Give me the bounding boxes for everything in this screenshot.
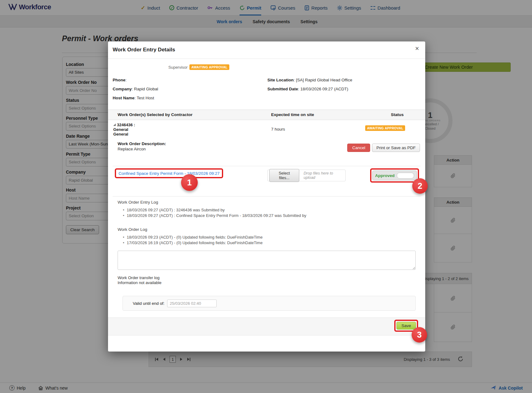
log-entry: 17/03/2026 16:19 (ACDT) - (0) Updated fo… [123,240,262,246]
order-log-title: Work Order Log [118,227,147,232]
work-order-row: 3246436 : General General [113,123,135,136]
drop-files-text: Drop files here to upload [304,171,345,180]
status-badge: AWAITING APPROVAL [189,64,229,70]
approved-toggle-slot [397,172,414,179]
valid-until-label: Valid until end of: [133,301,165,306]
supervisor-status-row: Supervisor AWAITING APPROVAL [168,64,229,70]
annotation-step-2: 2 [412,178,428,194]
print-save-pdf-button[interactable]: Print or Save as PDF [372,144,420,152]
modal-info-left: Phone: Company: Rapid Global Host Name: … [113,76,158,102]
log-entry: 18/03/2026 09:27 (ACDT) : 3246436 was Su… [123,207,306,213]
collapse-triangle-icon[interactable] [113,123,116,126]
confined-space-permit-link[interactable]: Confined Space Entry Permit Form - 18/03… [119,171,219,176]
save-button[interactable]: Save [396,322,416,330]
annotation-step-3: 3 [412,327,427,343]
valid-until-input[interactable] [167,300,217,307]
entry-log-title: Work Order Entry Log [118,200,158,205]
cancel-button[interactable]: Cancel [347,144,370,152]
expected-time-value: 7 hours [271,127,285,132]
modal-footer: Save [108,317,425,335]
annotation-rect-1: Confined Space Entry Permit Form - 18/03… [115,168,223,178]
modal-header: Work Order Entry Details × [108,41,425,59]
work-order-description: Work Order Description: Replace Aircon [118,141,166,152]
supervisor-label: Supervisor [168,65,188,70]
col-work-orders: Work Order(s) Selected by Contractor [118,112,192,117]
divider [113,196,421,196]
work-orders-table-header: Work Order(s) Selected by Contractor Exp… [108,110,425,120]
divider [113,166,421,166]
order-log-list: 18/03/2026 09:23 (ACDT) - (0) Updated fo… [123,235,262,246]
modal-info-right: Site Location: [SA] Rapid Global Head Of… [267,76,352,93]
annotation-step-1: 1 [181,174,198,191]
approved-label: Approved [375,173,395,178]
approved-toggle[interactable]: Approved [372,171,417,180]
col-expected-time: Expected time on site [271,112,314,117]
row-status-badge: AWAITING APPROVAL [365,125,405,131]
comment-textarea[interactable] [118,251,416,270]
row-action-buttons: Cancel Print or Save as PDF [347,144,420,152]
annotation-rect-2: Approved [370,168,419,183]
close-icon[interactable]: × [415,45,419,52]
col-status: Status [391,112,404,117]
modal-title: Work Order Entry Details [113,47,175,53]
log-entry: 18/03/2026 09:27 (ACDT) : Confined Space… [123,213,306,218]
screen: Workforce ✓ Induct ✓ Contractor Access [0,0,532,393]
work-order-entry-details-modal: Work Order Entry Details × Supervisor AW… [108,41,425,352]
transfer-log: Work Order transfer log Information not … [118,275,162,285]
entry-log-list: 18/03/2026 09:27 (ACDT) : 3246436 was Su… [123,207,306,218]
valid-until-panel: Valid until end of: [123,296,416,311]
select-files-button[interactable]: Select files... [269,169,299,182]
log-entry: 18/03/2026 09:23 (ACDT) - (0) Updated fo… [123,235,262,240]
file-upload-area: Select files... Drop files here to uploa… [267,170,346,181]
